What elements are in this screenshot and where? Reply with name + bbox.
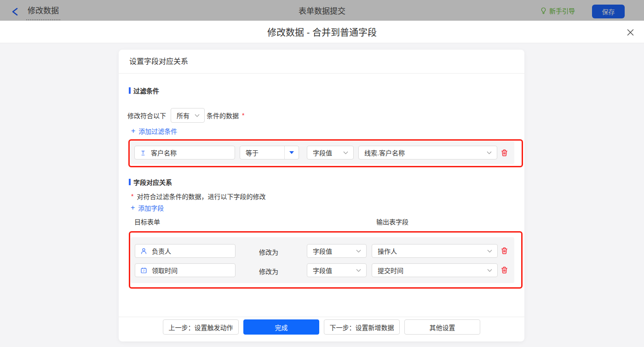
calendar-icon: 7 (140, 267, 147, 274)
card-footer: 上一步：设置触发动作 完成 下一步：设置新增数据 其他设置 (119, 319, 524, 335)
mapping-description: 对符合过滤条件的数据，进行以下字段的修改 (137, 192, 265, 201)
mapping-section-title: 字段对应关系 (129, 178, 172, 186)
other-settings-button[interactable]: 其他设置 (404, 319, 480, 335)
prev-step-button[interactable]: 上一步：设置触发动作 (163, 319, 239, 335)
chevron-down-icon (487, 250, 492, 253)
filter-operator-value: 等于 (240, 146, 284, 159)
filter-section-title: 过滤条件 (129, 87, 159, 94)
filter-section-label: 过滤条件 (133, 86, 159, 95)
filter-value-select[interactable]: 线索.客户名称 (358, 146, 497, 159)
done-button[interactable]: 完成 (243, 319, 319, 335)
filter-value-type-select[interactable]: 字段值 (307, 146, 354, 159)
condition-match-value: 所有 (171, 111, 195, 120)
modal-body: 设置字段对应关系 过滤条件 修改符合以下 所有 条件的数据 * (0, 43, 644, 347)
add-field-link[interactable]: + 添加字段 (131, 204, 164, 211)
filter-operator-select[interactable]: 等于 (240, 146, 299, 159)
column-output-field: 输出表字段 (376, 217, 408, 226)
condition-match-row: 修改符合以下 所有 条件的数据 * (127, 108, 244, 123)
mapping-value-type: 字段值 (313, 246, 356, 256)
trash-icon (500, 149, 508, 157)
chevron-down-icon (343, 151, 348, 154)
mapping-rows-panel: 负责人 修改为 字段值 操作人 (131, 237, 514, 283)
beginner-guide-label: 新手引导 (549, 6, 575, 15)
next-step-button[interactable]: 下一步：设置新增数据 (324, 319, 400, 335)
chevron-down-icon (356, 250, 361, 253)
app: 修改数据 表单数据提交 新手引导 保存 修改数据 - 合并到普通字段 设置字段对… (0, 0, 644, 347)
mapping-column-labels: 目标表单 输出表字段 (119, 217, 524, 224)
triangle-down-icon (289, 151, 294, 154)
section-bar-icon (129, 87, 131, 94)
condition-match-select[interactable]: 所有 (171, 108, 205, 123)
condition-suffix: 条件的数据 (207, 111, 239, 120)
modal-title: 修改数据 - 合并到普通字段 (267, 25, 377, 39)
chevron-down-icon (487, 269, 492, 272)
modify-label: 修改为 (259, 267, 278, 276)
card-title: 设置字段对应关系 (129, 50, 188, 73)
mapping-value-select[interactable]: 提交时间 (372, 263, 498, 277)
mapping-value-type-select[interactable]: 字段值 (307, 263, 367, 277)
lightbulb-icon (540, 7, 547, 14)
chevron-down-icon (356, 269, 361, 272)
required-mark: * (131, 193, 133, 200)
text-field-icon (140, 149, 146, 156)
mapping-field-value: 领取时间 (152, 266, 235, 275)
close-button[interactable] (625, 27, 636, 38)
column-target-form: 目标表单 (134, 217, 160, 226)
trash-icon (500, 266, 508, 274)
required-mark: * (242, 112, 244, 119)
mapping-value: 操作人 (378, 246, 487, 256)
modal-header: 修改数据 - 合并到普通字段 (0, 21, 644, 43)
mapping-field-input[interactable]: 7 领取时间 (135, 263, 236, 277)
filter-condition-row: 客户名称 等于 字段值 线索.客户名称 (130, 141, 514, 164)
filter-value: 线索.客户名称 (364, 148, 487, 157)
operator-dropdown-button[interactable] (284, 146, 299, 159)
chevron-down-icon (487, 151, 492, 154)
mapping-section-label: 字段对应关系 (133, 177, 172, 187)
mapping-description-row: * 对符合过滤条件的数据，进行以下字段的修改 (131, 193, 265, 200)
modal: 修改数据 - 合并到普通字段 设置字段对应关系 过滤条件 修改符合以下 所有 (0, 21, 644, 347)
filter-field-value: 客户名称 (151, 148, 235, 157)
beginner-guide-button[interactable]: 新手引导 (540, 0, 575, 21)
trash-icon (500, 247, 508, 255)
plus-icon: + (131, 128, 135, 134)
delete-condition-button[interactable] (500, 149, 508, 157)
mapping-field-input[interactable]: 负责人 (135, 244, 236, 258)
topbar: 修改数据 表单数据提交 新手引导 保存 (0, 0, 644, 21)
save-button[interactable]: 保存 (592, 5, 625, 18)
filter-field-input[interactable]: 客户名称 (134, 146, 235, 159)
filter-value-type: 字段值 (313, 148, 343, 157)
mapping-value-type: 字段值 (313, 266, 356, 275)
add-field-label: 添加字段 (138, 203, 164, 212)
section-bar-icon (129, 179, 131, 185)
mapping-field-value: 负责人 (152, 246, 235, 256)
modify-label: 修改为 (259, 247, 278, 256)
card-header: 设置字段对应关系 (119, 50, 524, 74)
condition-prefix: 修改符合以下 (127, 111, 166, 120)
delete-mapping-button[interactable] (500, 266, 508, 274)
add-filter-condition-link[interactable]: + 添加过滤条件 (131, 127, 177, 135)
close-icon (627, 29, 634, 36)
footer-divider (119, 317, 524, 317)
add-filter-condition-label: 添加过滤条件 (138, 126, 177, 136)
mapping-value: 提交时间 (378, 266, 487, 275)
mapping-value-type-select[interactable]: 字段值 (307, 244, 367, 258)
chevron-down-icon (195, 114, 200, 117)
mapping-value-select[interactable]: 操作人 (372, 244, 498, 258)
plus-icon: + (131, 205, 135, 211)
svg-text:7: 7 (143, 269, 145, 272)
delete-mapping-button[interactable] (500, 247, 508, 255)
settings-card: 设置字段对应关系 过滤条件 修改符合以下 所有 条件的数据 * (119, 50, 524, 341)
user-icon (140, 248, 147, 255)
